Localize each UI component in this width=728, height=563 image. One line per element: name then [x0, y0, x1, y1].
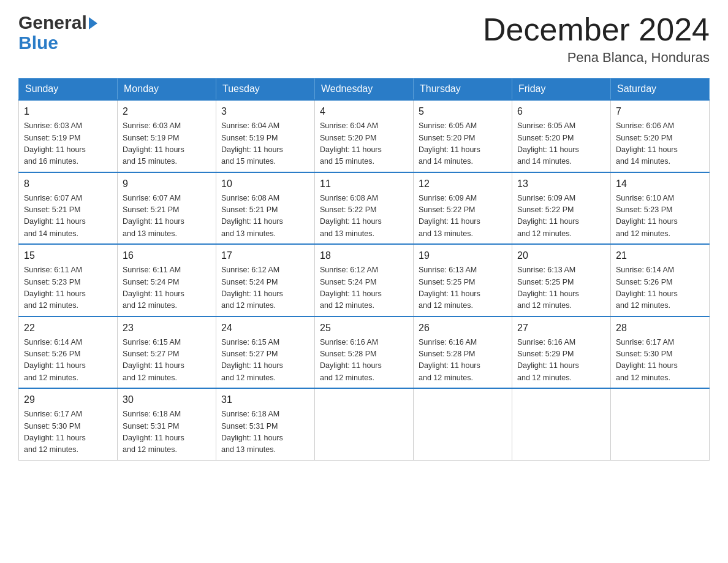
day-info: Sunrise: 6:16 AM Sunset: 5:28 PM Dayligh… [320, 337, 408, 385]
col-header-tuesday: Tuesday [216, 79, 315, 101]
day-info: Sunrise: 6:15 AM Sunset: 5:27 PM Dayligh… [123, 337, 211, 385]
day-info: Sunrise: 6:12 AM Sunset: 5:24 PM Dayligh… [221, 264, 309, 312]
table-row: 8 Sunrise: 6:07 AM Sunset: 5:21 PM Dayli… [19, 172, 118, 245]
day-info: Sunrise: 6:08 AM Sunset: 5:22 PM Dayligh… [320, 193, 408, 240]
table-row: 12 Sunrise: 6:09 AM Sunset: 5:22 PM Dayl… [414, 172, 512, 245]
table-row: 7 Sunrise: 6:06 AM Sunset: 5:20 PM Dayli… [611, 100, 710, 172]
day-info: Sunrise: 6:11 AM Sunset: 5:24 PM Dayligh… [123, 264, 211, 312]
calendar-header-row: Sunday Monday Tuesday Wednesday Thursday… [19, 79, 710, 101]
logo: General Blue [18, 12, 97, 53]
day-info: Sunrise: 6:05 AM Sunset: 5:20 PM Dayligh… [517, 120, 605, 168]
day-number: 5 [419, 104, 507, 119]
day-number: 23 [123, 321, 211, 335]
day-info: Sunrise: 6:10 AM Sunset: 5:23 PM Dayligh… [616, 193, 704, 240]
location-subtitle: Pena Blanca, Honduras [483, 50, 710, 66]
day-number: 7 [616, 104, 704, 119]
table-row: 17 Sunrise: 6:12 AM Sunset: 5:24 PM Dayl… [216, 244, 315, 316]
day-info: Sunrise: 6:14 AM Sunset: 5:26 PM Dayligh… [616, 264, 704, 312]
table-row: 21 Sunrise: 6:14 AM Sunset: 5:26 PM Dayl… [611, 244, 710, 316]
day-info: Sunrise: 6:18 AM Sunset: 5:31 PM Dayligh… [221, 408, 309, 456]
table-row: 29 Sunrise: 6:17 AM Sunset: 5:30 PM Dayl… [19, 388, 118, 460]
day-info: Sunrise: 6:16 AM Sunset: 5:29 PM Dayligh… [517, 337, 605, 385]
table-row: 20 Sunrise: 6:13 AM Sunset: 5:25 PM Dayl… [512, 244, 611, 316]
table-row: 22 Sunrise: 6:14 AM Sunset: 5:26 PM Dayl… [19, 316, 118, 389]
day-info: Sunrise: 6:04 AM Sunset: 5:19 PM Dayligh… [221, 120, 309, 168]
col-header-thursday: Thursday [414, 79, 512, 101]
day-number: 11 [320, 177, 408, 191]
day-info: Sunrise: 6:09 AM Sunset: 5:22 PM Dayligh… [419, 193, 507, 240]
table-row: 25 Sunrise: 6:16 AM Sunset: 5:28 PM Dayl… [315, 316, 414, 389]
table-row: 5 Sunrise: 6:05 AM Sunset: 5:20 PM Dayli… [414, 100, 512, 172]
day-info: Sunrise: 6:11 AM Sunset: 5:23 PM Dayligh… [24, 264, 112, 312]
day-info: Sunrise: 6:16 AM Sunset: 5:28 PM Dayligh… [419, 337, 507, 385]
day-info: Sunrise: 6:15 AM Sunset: 5:27 PM Dayligh… [221, 337, 309, 385]
day-number: 25 [320, 321, 408, 335]
table-row: 9 Sunrise: 6:07 AM Sunset: 5:21 PM Dayli… [118, 172, 216, 245]
logo-arrow-icon [89, 17, 97, 29]
day-info: Sunrise: 6:08 AM Sunset: 5:21 PM Dayligh… [221, 193, 309, 240]
table-row: 30 Sunrise: 6:18 AM Sunset: 5:31 PM Dayl… [118, 388, 216, 460]
day-number: 31 [221, 393, 309, 407]
day-number: 10 [221, 177, 309, 191]
table-row: 4 Sunrise: 6:04 AM Sunset: 5:20 PM Dayli… [315, 100, 414, 172]
day-number: 17 [221, 248, 309, 263]
day-number: 24 [221, 321, 309, 335]
day-number: 2 [123, 104, 211, 119]
day-number: 27 [517, 321, 605, 335]
table-row: 13 Sunrise: 6:09 AM Sunset: 5:22 PM Dayl… [512, 172, 611, 245]
logo-general-text: General [18, 12, 87, 33]
day-number: 26 [419, 321, 507, 335]
day-number: 13 [517, 177, 605, 191]
page-header: General Blue December 2024 Pena Blanca, … [18, 12, 710, 66]
calendar-week-row: 22 Sunrise: 6:14 AM Sunset: 5:26 PM Dayl… [19, 316, 710, 389]
day-number: 12 [419, 177, 507, 191]
table-row: 16 Sunrise: 6:11 AM Sunset: 5:24 PM Dayl… [118, 244, 216, 316]
day-info: Sunrise: 6:09 AM Sunset: 5:22 PM Dayligh… [517, 193, 605, 240]
calendar-week-row: 8 Sunrise: 6:07 AM Sunset: 5:21 PM Dayli… [19, 172, 710, 245]
day-number: 6 [517, 104, 605, 119]
day-info: Sunrise: 6:07 AM Sunset: 5:21 PM Dayligh… [123, 193, 211, 240]
table-row: 15 Sunrise: 6:11 AM Sunset: 5:23 PM Dayl… [19, 244, 118, 316]
table-row: 18 Sunrise: 6:12 AM Sunset: 5:24 PM Dayl… [315, 244, 414, 316]
day-number: 15 [24, 248, 112, 263]
table-row: 6 Sunrise: 6:05 AM Sunset: 5:20 PM Dayli… [512, 100, 611, 172]
day-info: Sunrise: 6:04 AM Sunset: 5:20 PM Dayligh… [320, 120, 408, 168]
table-row [315, 388, 414, 460]
day-info: Sunrise: 6:17 AM Sunset: 5:30 PM Dayligh… [24, 408, 112, 456]
table-row: 19 Sunrise: 6:13 AM Sunset: 5:25 PM Dayl… [414, 244, 512, 316]
table-row [512, 388, 611, 460]
day-number: 29 [24, 393, 112, 407]
day-info: Sunrise: 6:06 AM Sunset: 5:20 PM Dayligh… [616, 120, 704, 168]
day-info: Sunrise: 6:03 AM Sunset: 5:19 PM Dayligh… [24, 120, 112, 168]
table-row [611, 388, 710, 460]
calendar-week-row: 1 Sunrise: 6:03 AM Sunset: 5:19 PM Dayli… [19, 100, 710, 172]
day-info: Sunrise: 6:12 AM Sunset: 5:24 PM Dayligh… [320, 264, 408, 312]
table-row: 26 Sunrise: 6:16 AM Sunset: 5:28 PM Dayl… [414, 316, 512, 389]
day-number: 19 [419, 248, 507, 263]
table-row: 11 Sunrise: 6:08 AM Sunset: 5:22 PM Dayl… [315, 172, 414, 245]
table-row [414, 388, 512, 460]
table-row: 28 Sunrise: 6:17 AM Sunset: 5:30 PM Dayl… [611, 316, 710, 389]
col-header-monday: Monday [118, 79, 216, 101]
day-number: 4 [320, 104, 408, 119]
day-number: 3 [221, 104, 309, 119]
col-header-friday: Friday [512, 79, 611, 101]
calendar-week-row: 15 Sunrise: 6:11 AM Sunset: 5:23 PM Dayl… [19, 244, 710, 316]
day-number: 16 [123, 248, 211, 263]
logo-blue-text: Blue [18, 33, 58, 53]
day-number: 14 [616, 177, 704, 191]
table-row: 23 Sunrise: 6:15 AM Sunset: 5:27 PM Dayl… [118, 316, 216, 389]
calendar-table: Sunday Monday Tuesday Wednesday Thursday… [18, 78, 710, 461]
calendar-week-row: 29 Sunrise: 6:17 AM Sunset: 5:30 PM Dayl… [19, 388, 710, 460]
title-block: December 2024 Pena Blanca, Honduras [483, 12, 710, 66]
day-number: 28 [616, 321, 704, 335]
day-info: Sunrise: 6:07 AM Sunset: 5:21 PM Dayligh… [24, 193, 112, 240]
table-row: 31 Sunrise: 6:18 AM Sunset: 5:31 PM Dayl… [216, 388, 315, 460]
table-row: 1 Sunrise: 6:03 AM Sunset: 5:19 PM Dayli… [19, 100, 118, 172]
day-info: Sunrise: 6:13 AM Sunset: 5:25 PM Dayligh… [419, 264, 507, 312]
table-row: 10 Sunrise: 6:08 AM Sunset: 5:21 PM Dayl… [216, 172, 315, 245]
col-header-wednesday: Wednesday [315, 79, 414, 101]
table-row: 3 Sunrise: 6:04 AM Sunset: 5:19 PM Dayli… [216, 100, 315, 172]
day-number: 9 [123, 177, 211, 191]
day-number: 1 [24, 104, 112, 119]
